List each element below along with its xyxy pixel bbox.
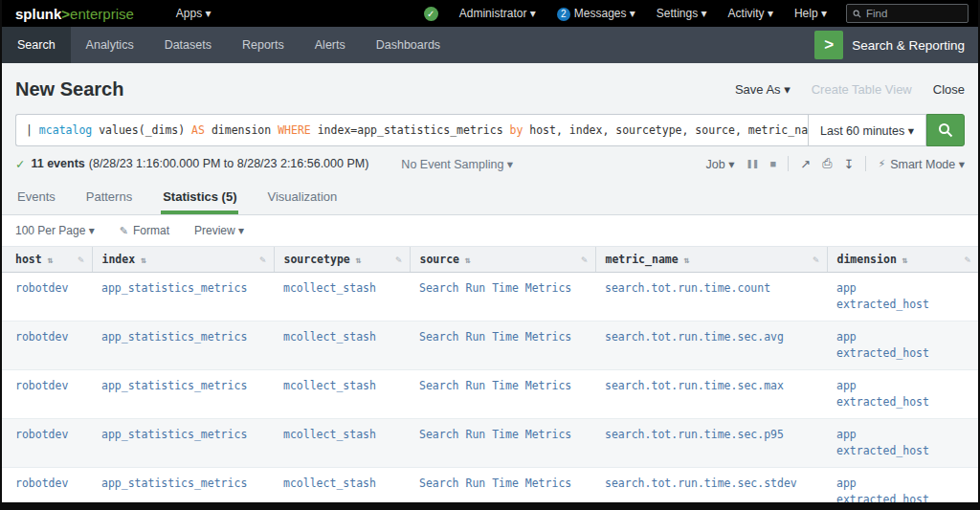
cell-sourcetype[interactable]: mcollect_stash: [274, 419, 410, 468]
cell-index[interactable]: app_statistics_metrics: [92, 419, 274, 468]
cell-host[interactable]: robotdev: [2, 468, 92, 503]
app-tab-dashboards[interactable]: Dashboards: [361, 27, 456, 63]
messages-menu[interactable]: 2Messages ▾: [557, 7, 635, 21]
cell-source[interactable]: Search Run Time Metrics: [410, 468, 595, 503]
job-menu[interactable]: Job ▾: [706, 157, 735, 171]
pause-job-icon[interactable]: ❚❚: [746, 159, 758, 168]
column-header-host[interactable]: host⇅✎: [2, 247, 92, 273]
column-header-source[interactable]: source⇅✎: [410, 247, 595, 273]
edit-column-icon[interactable]: ✎: [581, 254, 588, 266]
sort-icon[interactable]: ⇅: [141, 255, 146, 265]
result-tab-patterns[interactable]: Patterns: [84, 181, 134, 214]
app-tab-alerts[interactable]: Alerts: [300, 27, 361, 63]
cell-sourcetype[interactable]: mcollect_stash: [274, 370, 410, 419]
cell-dimension[interactable]: appextracted_host: [827, 322, 978, 370]
cell-source[interactable]: Search Run Time Metrics: [410, 322, 595, 370]
result-tab-visualization[interactable]: Visualization: [265, 181, 339, 214]
edit-column-icon[interactable]: ✎: [964, 254, 970, 266]
apps-menu[interactable]: Apps ▾: [176, 7, 212, 20]
administrator-menu[interactable]: Administrator ▾: [459, 7, 536, 20]
per-page-label: 100 Per Page ▾: [15, 224, 95, 237]
edit-column-icon[interactable]: ✎: [813, 254, 819, 266]
separator: [865, 156, 866, 171]
dimension-value[interactable]: app: [836, 427, 970, 443]
sort-icon[interactable]: ⇅: [902, 255, 908, 265]
settings-menu[interactable]: Settings ▾: [657, 7, 707, 20]
sort-icon[interactable]: ⇅: [48, 255, 54, 265]
result-tab-events[interactable]: Events: [15, 181, 57, 214]
cell-index[interactable]: app_statistics_metrics: [92, 370, 274, 419]
dimension-value[interactable]: extracted_host: [836, 492, 970, 502]
time-range-picker[interactable]: Last 60 minutes ▾: [808, 114, 926, 146]
sort-icon[interactable]: ⇅: [684, 255, 690, 265]
run-search-button[interactable]: [926, 114, 965, 146]
find-input[interactable]: [866, 8, 962, 19]
dimension-value[interactable]: app: [836, 476, 970, 492]
logo-enterprise-text: enterprise: [70, 6, 134, 22]
splunk-logo[interactable]: splunk>enterprise: [15, 6, 134, 22]
cell-sourcetype[interactable]: mcollect_stash: [274, 468, 410, 503]
app-tab-datasets[interactable]: Datasets: [149, 27, 227, 63]
save-as-button[interactable]: Save As ▾: [735, 82, 791, 97]
column-label: dimension: [837, 253, 897, 266]
edit-column-icon[interactable]: ✎: [78, 254, 84, 266]
preview-menu[interactable]: Preview ▾: [194, 224, 244, 237]
column-header-index[interactable]: index⇅✎: [92, 247, 274, 273]
column-header-dimension[interactable]: dimension⇅✎: [827, 247, 978, 273]
cell-metric_name[interactable]: search.tot.run.time.count: [595, 273, 827, 322]
find-search-box[interactable]: [846, 4, 969, 23]
app-tab-reports[interactable]: Reports: [227, 27, 300, 63]
cell-source[interactable]: Search Run Time Metrics: [410, 370, 595, 419]
cell-metric_name[interactable]: search.tot.run.time.sec.stdev: [595, 468, 827, 503]
sort-icon[interactable]: ⇅: [356, 255, 362, 265]
cell-metric_name[interactable]: search.tot.run.time.sec.p95: [595, 419, 827, 468]
cell-index[interactable]: app_statistics_metrics: [92, 322, 274, 370]
dimension-value[interactable]: extracted_host: [836, 297, 970, 313]
close-button[interactable]: Close: [933, 82, 965, 97]
cell-host[interactable]: robotdev: [2, 419, 92, 468]
cell-source[interactable]: Search Run Time Metrics: [410, 419, 595, 468]
cell-host[interactable]: robotdev: [2, 322, 92, 370]
format-button[interactable]: ✎Format: [120, 224, 169, 237]
cell-sourcetype[interactable]: mcollect_stash: [274, 273, 410, 322]
edit-column-icon[interactable]: ✎: [259, 254, 266, 266]
dimension-value[interactable]: extracted_host: [836, 443, 970, 459]
cell-dimension[interactable]: appextracted_host: [827, 419, 978, 468]
column-header-sourcetype[interactable]: sourcetype⇅✎: [274, 247, 410, 273]
cell-sourcetype[interactable]: mcollect_stash: [274, 322, 410, 370]
print-icon[interactable]: ⎙: [822, 156, 832, 171]
cell-index[interactable]: app_statistics_metrics: [92, 468, 274, 503]
per-page-menu[interactable]: 100 Per Page ▾: [15, 224, 95, 237]
cell-metric_name[interactable]: search.tot.run.time.sec.avg: [595, 322, 827, 370]
share-job-icon[interactable]: ↗: [800, 157, 811, 171]
cell-host[interactable]: robotdev: [2, 273, 92, 322]
dimension-value[interactable]: app: [836, 280, 970, 297]
app-context[interactable]: > Search & Reporting: [814, 27, 978, 63]
dimension-value[interactable]: extracted_host: [836, 345, 970, 362]
export-icon[interactable]: ↧: [844, 157, 855, 171]
table-header-row: host⇅✎index⇅✎sourcetype⇅✎source⇅✎metric_…: [2, 247, 978, 273]
cell-source[interactable]: Search Run Time Metrics: [410, 273, 595, 322]
cell-dimension[interactable]: appextracted_host: [827, 468, 978, 503]
result-tab-statistics[interactable]: Statistics (5): [161, 181, 238, 214]
dimension-value[interactable]: extracted_host: [836, 394, 970, 410]
search-mode-menu[interactable]: ⚡Smart Mode ▾: [878, 157, 965, 171]
cell-index[interactable]: app_statistics_metrics: [92, 273, 274, 322]
dimension-value[interactable]: app: [836, 378, 970, 394]
dimension-value[interactable]: app: [836, 329, 970, 345]
help-menu[interactable]: Help ▾: [794, 7, 827, 20]
search-query-input[interactable]: | mcatalog values(_dims) AS dimension WH…: [15, 114, 808, 146]
edit-column-icon[interactable]: ✎: [395, 254, 402, 266]
cell-host[interactable]: robotdev: [2, 370, 92, 419]
sort-icon[interactable]: ⇅: [465, 255, 471, 265]
cell-dimension[interactable]: appextracted_host: [827, 370, 978, 419]
cell-metric_name[interactable]: search.tot.run.time.sec.max: [595, 370, 827, 419]
health-check-icon[interactable]: ✓: [424, 7, 438, 21]
activity-menu[interactable]: Activity ▾: [728, 7, 773, 20]
event-sampling-menu[interactable]: No Event Sampling ▾: [401, 157, 513, 171]
app-tab-search[interactable]: Search: [2, 27, 71, 63]
column-header-metric_name[interactable]: metric_name⇅✎: [595, 247, 827, 273]
cell-dimension[interactable]: appextracted_host: [827, 273, 978, 322]
stop-job-icon[interactable]: ■: [770, 158, 777, 169]
app-tab-analytics[interactable]: Analytics: [71, 27, 149, 63]
